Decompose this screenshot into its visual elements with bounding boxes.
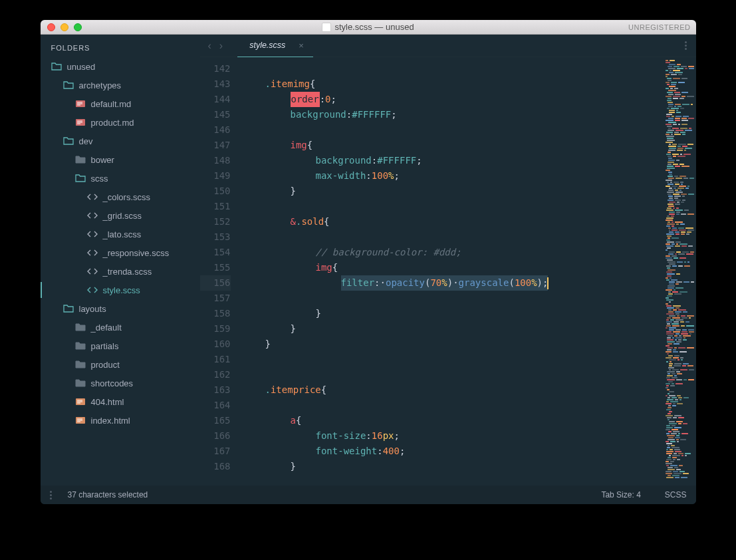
tree-item-label: bower [91, 155, 114, 165]
tree-item-label: _responsive.scss [103, 248, 170, 258]
close-tab-icon[interactable]: × [299, 41, 304, 51]
status-language[interactable]: SCSS [665, 490, 687, 499]
tabs-row: ‹ › style.scss × [200, 35, 696, 57]
status-tab-size[interactable]: Tab Size: 4 [601, 490, 640, 499]
editor-area: ‹ › style.scss × 14214314414514614714814… [200, 35, 696, 486]
code-view[interactable]: .itemimg {order: 0;background: #FFFFFF;i… [240, 57, 663, 486]
tree-item[interactable]: unused [41, 57, 200, 76]
tree-item[interactable]: 404.html [41, 392, 200, 411]
tree-item[interactable]: default.md [41, 94, 200, 113]
tree-item-label: _trenda.scss [103, 267, 152, 277]
sidebar: FOLDERS unusedarchetypesdefault.mdproduc… [41, 35, 200, 486]
tree-item-label: scss [91, 174, 108, 184]
tree-item-label: product [91, 360, 120, 370]
tree-item[interactable]: _responsive.scss [41, 243, 200, 262]
tree-item-label: index.html [91, 416, 130, 426]
tree-item-label: _lato.scss [103, 229, 142, 239]
tree-item-label: partials [91, 341, 119, 351]
tree-item-label: unused [67, 62, 96, 72]
nav-back-icon[interactable]: ‹ [204, 40, 215, 52]
unregistered-label: UNREGISTERED [628, 23, 690, 31]
tree-item[interactable]: style.scss [41, 281, 200, 299]
window-title: style.scss — unused [41, 22, 696, 32]
tree-item-label: archetypes [79, 80, 122, 90]
tree-item[interactable]: _grid.scss [41, 206, 200, 225]
tab-label: style.scss [249, 41, 285, 50]
tree-item[interactable]: _default [41, 318, 200, 337]
tree-item[interactable]: _trenda.scss [41, 262, 200, 281]
tree-item[interactable]: partials [41, 337, 200, 355]
tree-item[interactable]: index.html [41, 411, 200, 430]
tree-item-label: style.scss [103, 285, 140, 295]
window-title-text: style.scss — unused [334, 22, 414, 32]
tree-item-label: product.md [91, 118, 134, 128]
tree-item[interactable]: _lato.scss [41, 225, 200, 243]
status-menu-icon[interactable] [50, 491, 52, 499]
tree-item-label: default.md [91, 99, 132, 109]
tree-item-label: _colors.scss [103, 192, 151, 202]
tree-item-label: shortcodes [91, 378, 134, 388]
status-selection: 37 characters selected [68, 490, 148, 499]
tree-item[interactable]: product [41, 355, 200, 374]
editor-body: 1421431441451461471481491501511521531541… [200, 57, 696, 486]
file-tree[interactable]: unusedarchetypesdefault.mdproduct.mddevb… [41, 57, 200, 486]
tree-item[interactable]: bower [41, 150, 200, 169]
tree-item[interactable]: product.md [41, 113, 200, 132]
gutter: 1421431441451461471481491501511521531541… [200, 57, 240, 486]
sidebar-header: FOLDERS [41, 41, 200, 57]
tree-item[interactable]: archetypes [41, 76, 200, 94]
minimap[interactable] [663, 57, 696, 486]
tree-item-label: dev [79, 136, 93, 146]
tree-item-label: _default [91, 323, 122, 333]
app-window: style.scss — unused UNREGISTERED FOLDERS… [41, 20, 696, 504]
file-icon [322, 23, 331, 32]
tab-style-scss[interactable]: style.scss × [237, 35, 313, 57]
statusbar: 37 characters selected Tab Size: 4 SCSS [41, 486, 696, 504]
tree-item[interactable]: dev [41, 132, 200, 150]
tree-item[interactable]: scss [41, 169, 200, 188]
tree-item[interactable]: _colors.scss [41, 188, 200, 206]
nav-forward-icon[interactable]: › [215, 40, 227, 52]
titlebar: style.scss — unused UNREGISTERED [41, 20, 696, 35]
tree-item[interactable]: shortcodes [41, 374, 200, 392]
tabs-menu-icon[interactable] [685, 41, 687, 50]
tree-item-label: 404.html [91, 397, 124, 407]
tree-item-label: layouts [79, 304, 106, 314]
tree-item-label: _grid.scss [103, 211, 142, 221]
tree-item[interactable]: layouts [41, 299, 200, 318]
